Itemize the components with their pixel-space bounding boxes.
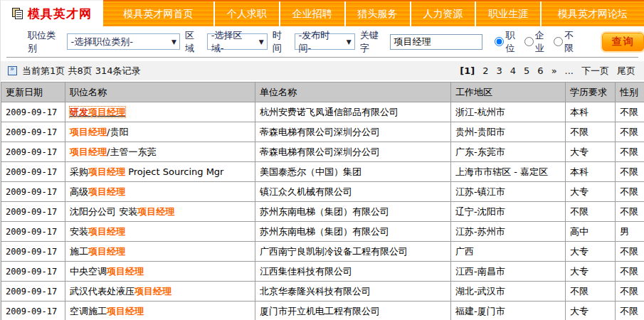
job-title-cell: 空调施工项目经理 xyxy=(65,302,255,320)
company-cell: 厦门市开立机电工程有限公司 xyxy=(255,302,451,320)
category-select[interactable]: -选择职位类别- ▼ xyxy=(67,33,180,50)
table-row: 2009-09-17项目经理/贵阳蒂森电梯有限公司深圳分公司贵州-贵阳市不限不限 xyxy=(1,122,644,142)
gender-cell: 不限 xyxy=(616,302,644,320)
divider xyxy=(6,57,638,58)
pager-link[interactable]: 5 xyxy=(524,65,529,76)
job-title-cell: 武汉代表处液压项目经理 xyxy=(65,282,255,302)
region-cell: 上海市市辖区 - 嘉定区 xyxy=(451,162,566,182)
category-label: 职位类别 xyxy=(28,29,62,55)
gender-cell: 不限 xyxy=(616,242,644,262)
education-cell: 大专 xyxy=(566,302,616,320)
company-radio[interactable] xyxy=(524,37,534,46)
header-education: 学历要求 xyxy=(566,82,616,102)
brand-logo[interactable]: 模具英才网 xyxy=(1,0,103,26)
region-cell: 贵州-贵阳市 xyxy=(451,122,566,142)
pager-link[interactable]: » xyxy=(551,65,557,76)
time-select[interactable]: -发布时间- ▼ xyxy=(295,33,355,50)
keyword-input[interactable] xyxy=(390,34,482,50)
table-row: 2009-09-17采购项目经理 Project Sourcing Mgr美国泰… xyxy=(1,162,644,182)
brand-logo-text: 模具英才网 xyxy=(28,6,92,22)
nav-tab-career[interactable]: 职业生涯 xyxy=(476,1,542,26)
nav-tab-home[interactable]: 模具英才网首页 xyxy=(103,1,215,26)
job-title-cell: 中央空调项目经理 xyxy=(65,262,255,282)
documents-icon xyxy=(12,8,23,20)
nav-tab-jobseeker[interactable]: 个人求职 xyxy=(215,1,280,26)
job-title-link[interactable]: 项目经理/贵阳 xyxy=(70,127,128,137)
job-title-cell: 项目经理/主管一东莞 xyxy=(65,142,255,162)
education-cell: 本科 xyxy=(566,162,616,182)
radio-option-company[interactable]: 企业 xyxy=(524,29,551,55)
radio-option-position[interactable]: 职位 xyxy=(495,29,521,55)
update-date-cell: 2009-09-17 xyxy=(1,162,65,182)
update-date-cell: 2009-09-17 xyxy=(1,102,65,122)
header-company: 单位名称 xyxy=(255,82,451,102)
time-label: 时间 xyxy=(273,29,290,55)
gender-cell: 不限 xyxy=(616,182,644,202)
education-cell: 大专 xyxy=(566,142,616,162)
region-cell: 福建-厦门市 xyxy=(451,302,566,320)
gender-cell: 不限 xyxy=(616,102,644,122)
education-cell: 本科 xyxy=(566,102,616,122)
radio-option-any[interactable]: 不限 xyxy=(554,29,580,55)
education-cell: 大专 xyxy=(566,182,616,202)
pagination-bar: 当前第1页 共8页 314条记录 [1] 23456»...下一页尾页 xyxy=(1,61,644,80)
region-label: 区域 xyxy=(185,29,202,55)
pager-link[interactable]: 3 xyxy=(497,65,502,76)
search-button[interactable]: 查询 xyxy=(602,33,644,51)
region-select[interactable]: -选择区域- ▼ xyxy=(207,33,268,50)
company-cell: 苏州东南电梯（集团）有限公司 xyxy=(255,202,451,222)
chevron-down-icon: ▼ xyxy=(259,38,264,46)
job-title-cell: 研发项目经理 xyxy=(65,102,255,122)
gender-cell: 不限 xyxy=(616,162,644,182)
job-title-link[interactable]: 采购项目经理 Project Sourcing Mgr xyxy=(70,166,223,177)
gender-cell: 不限 xyxy=(616,262,644,282)
job-title-link[interactable]: 项目经理/主管一东莞 xyxy=(70,146,156,157)
table-row: 2009-09-17武汉代表处液压项目经理北京华泰隆兴科技有限公司湖北-武汉市不… xyxy=(1,282,644,302)
update-date-cell: 2009-09-17 xyxy=(1,222,65,242)
job-results-table: 更新日期 职位名称 单位名称 工作地区 学历要求 性别 2009-09-17研发… xyxy=(1,82,644,320)
pager-links: [1] 23456»...下一页尾页 xyxy=(460,65,635,78)
time-select-value: -发布时间- xyxy=(299,29,342,55)
update-date-cell: 2009-09-17 xyxy=(1,202,65,222)
nav-tab-forum[interactable]: 模具英才网论坛 xyxy=(542,1,644,26)
table-row: 2009-09-17高级项目经理镇江众久机械有限公司江苏-镇江市大专不限 xyxy=(1,182,644,202)
any-radio[interactable] xyxy=(554,37,563,46)
gender-cell: 男 xyxy=(616,222,644,242)
nav-tab-hr[interactable]: 人力资源 xyxy=(411,1,477,26)
pager-link[interactable]: 2 xyxy=(482,65,488,76)
company-cell: 杭州安费诺飞凤通信部品有限公司 xyxy=(255,102,451,122)
job-title-link[interactable]: 研发项目经理 xyxy=(70,107,125,117)
company-cell: 镇江众久机械有限公司 xyxy=(255,182,451,202)
update-date-cell: 2009-09-17 xyxy=(1,242,65,262)
pager-link[interactable]: 4 xyxy=(510,65,516,76)
chevron-down-icon: ▼ xyxy=(171,38,176,46)
table-header-row: 更新日期 职位名称 单位名称 工作地区 学历要求 性别 xyxy=(1,82,644,102)
nav-tab-recruit[interactable]: 企业招聘 xyxy=(280,1,346,26)
company-cell: 江西集佳科技有限公司 xyxy=(255,262,451,282)
region-select-value: -选择区域- xyxy=(211,29,255,55)
job-title-link[interactable]: 施工项目经理 xyxy=(70,246,125,257)
table-row: 2009-09-17施工项目经理广西南宁良凯制冷设备工程有限公司广西大专不限 xyxy=(1,242,644,262)
pager-link[interactable]: 6 xyxy=(537,65,543,76)
job-title-link[interactable]: 中央空调项目经理 xyxy=(70,266,144,277)
job-title-link[interactable]: 高级项目经理 xyxy=(70,186,125,197)
job-title-link[interactable]: 武汉代表处液压项目经理 xyxy=(70,286,171,297)
education-cell: 大专 xyxy=(566,242,616,262)
company-cell: 北京华泰隆兴科技有限公司 xyxy=(255,282,451,302)
company-cell: 苏州东南电梯（集团）有限公司 xyxy=(255,222,451,242)
pager-link[interactable]: 下一页 xyxy=(581,65,609,78)
update-date-cell: 2009-09-17 xyxy=(1,182,65,202)
category-select-value: -选择职位类别- xyxy=(71,36,133,48)
position-radio[interactable] xyxy=(495,37,504,46)
pager-link[interactable]: 尾页 xyxy=(617,65,635,78)
region-cell: 江苏-镇江市 xyxy=(451,182,566,202)
job-title-link[interactable]: 安装项目经理 xyxy=(70,226,125,237)
region-cell: 辽宁-沈阳市 xyxy=(451,202,566,222)
job-title-cell: 采购项目经理 Project Sourcing Mgr xyxy=(65,162,255,182)
education-cell: 高中 xyxy=(566,222,616,242)
nav-tab-headhunt[interactable]: 猎头服务 xyxy=(346,1,411,26)
job-title-link[interactable]: 沈阳分公司 安装项目经理 xyxy=(70,206,174,217)
update-date-cell: 2009-09-17 xyxy=(1,142,65,162)
job-title-link[interactable]: 空调施工项目经理 xyxy=(70,306,144,316)
pager-summary-group: 当前第1页 共8页 314条记录 xyxy=(8,65,141,78)
